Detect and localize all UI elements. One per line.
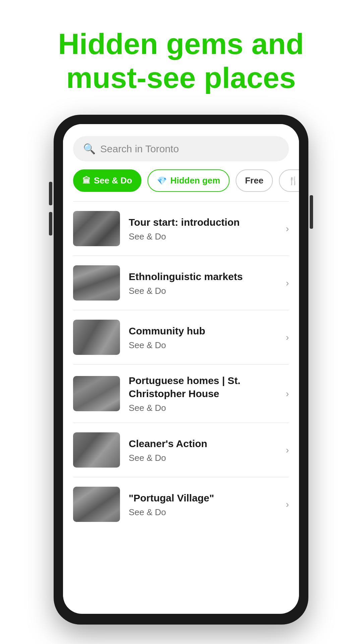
item-thumbnail — [73, 487, 120, 522]
item-subtitle: See & Do — [129, 453, 277, 463]
item-text: Ethnolinguistic markets See & Do — [129, 270, 277, 296]
item-subtitle: See & Do — [129, 231, 277, 242]
item-title: Cleaner's Action — [129, 437, 277, 450]
item-title: "Portugal Village" — [129, 491, 277, 504]
list-item[interactable]: Cleaner's Action See & Do › — [63, 423, 299, 477]
item-title: Portuguese homes | St. Christopher House — [129, 374, 277, 400]
list-item[interactable]: Ethnolinguistic markets See & Do › — [63, 256, 299, 310]
filter-chip-free[interactable]: Free — [236, 169, 273, 192]
see-do-icon: 🏛 — [82, 176, 90, 185]
search-icon: 🔍 — [83, 143, 96, 155]
hidden-gem-icon: 💎 — [157, 176, 167, 185]
volume-down-button — [49, 212, 52, 235]
item-thumbnail — [73, 432, 120, 468]
volume-up-button — [49, 182, 52, 205]
item-subtitle: See & Do — [129, 507, 277, 518]
item-thumbnail — [73, 376, 120, 411]
list-item[interactable]: Portuguese homes | St. Christopher House… — [63, 365, 299, 423]
item-subtitle: See & Do — [129, 340, 277, 351]
item-title: Tour start: introduction — [129, 216, 277, 229]
filter-chips-container: 🏛 See & Do 💎 Hidden gem Free 🍴 Eat — [63, 169, 299, 201]
items-list: Tour start: introduction See & Do › Ethn… — [63, 201, 299, 531]
page-wrapper: Hidden gems and must-see places 🔍 Search… — [0, 0, 362, 625]
chevron-right-icon: › — [286, 223, 289, 234]
chevron-right-icon: › — [286, 332, 289, 343]
phone-screen: 🔍 Search in Toronto 🏛 See & Do 💎 Hidden … — [63, 124, 299, 614]
filter-chip-eat[interactable]: 🍴 Eat — [279, 169, 299, 192]
list-item[interactable]: Tour start: introduction See & Do › — [63, 202, 299, 256]
item-subtitle: See & Do — [129, 403, 277, 413]
item-text: "Portugal Village" See & Do — [129, 491, 277, 518]
item-text: Community hub See & Do — [129, 324, 277, 351]
hidden-gem-label: Hidden gem — [170, 175, 220, 186]
page-title: Hidden gems and must-see places — [20, 27, 342, 95]
item-thumbnail — [73, 211, 120, 246]
item-title: Community hub — [129, 324, 277, 337]
item-title: Ethnolinguistic markets — [129, 270, 277, 283]
search-bar-container: 🔍 Search in Toronto — [63, 124, 299, 169]
filter-chip-hidden-gem[interactable]: 💎 Hidden gem — [147, 169, 230, 192]
search-input-placeholder[interactable]: Search in Toronto — [100, 143, 179, 155]
list-item[interactable]: "Portugal Village" See & Do › — [63, 477, 299, 531]
item-text: Portuguese homes | St. Christopher House… — [129, 374, 277, 413]
free-label: Free — [245, 175, 263, 186]
list-item[interactable]: Community hub See & Do › — [63, 310, 299, 364]
see-do-label: See & Do — [94, 175, 132, 186]
phone-frame: 🔍 Search in Toronto 🏛 See & Do 💎 Hidden … — [54, 115, 308, 625]
chevron-right-icon: › — [286, 388, 289, 399]
filter-chip-see-do[interactable]: 🏛 See & Do — [73, 169, 141, 192]
chevron-right-icon: › — [286, 278, 289, 288]
page-header: Hidden gems and must-see places — [0, 0, 362, 115]
screen-content: 🔍 Search in Toronto 🏛 See & Do 💎 Hidden … — [63, 124, 299, 531]
eat-icon: 🍴 — [288, 176, 298, 185]
item-subtitle: See & Do — [129, 286, 277, 296]
item-thumbnail — [73, 320, 120, 355]
phone-mockup: 🔍 Search in Toronto 🏛 See & Do 💎 Hidden … — [0, 115, 362, 625]
chevron-right-icon: › — [286, 445, 289, 455]
search-bar[interactable]: 🔍 Search in Toronto — [73, 136, 289, 161]
item-text: Tour start: introduction See & Do — [129, 216, 277, 242]
chevron-right-icon: › — [286, 499, 289, 510]
item-text: Cleaner's Action See & Do — [129, 437, 277, 463]
item-thumbnail — [73, 265, 120, 301]
power-button — [310, 195, 313, 229]
